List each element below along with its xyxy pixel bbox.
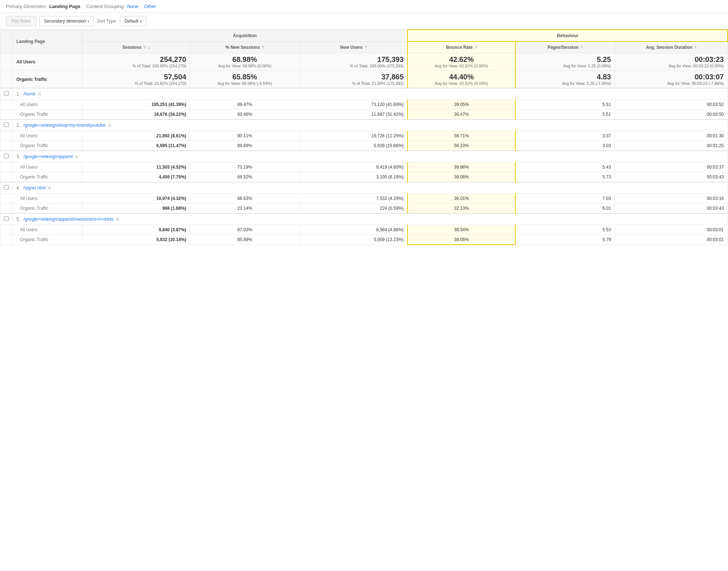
help-icon[interactable]: ? [143, 46, 146, 50]
all-users-segment-label: All Users [13, 131, 82, 141]
pages-session-header[interactable]: Pages/Session ? [515, 42, 615, 53]
organic-new-users-sub: % of Total: 21.59% (175,393) [303, 81, 404, 86]
organic-bounce-value: 44.40% [412, 73, 511, 81]
all-users-avg-session-sub: Avg for View: 00:03:23 (0.00%) [619, 64, 724, 68]
new-users-label: New Users [340, 45, 362, 50]
org-new-users-cell: 11,897 (31.42%) [299, 110, 408, 120]
acquisition-group: Acquisition [82, 30, 408, 42]
checkbox-cell[interactable] [0, 213, 13, 225]
checkbox-cell[interactable] [0, 119, 13, 131]
checkbox-cell [0, 162, 13, 172]
row-checkbox[interactable] [4, 185, 9, 190]
all-users-row: All Users 9,840 (3.87%) 87.03% 8,564 (4.… [0, 225, 728, 235]
org-avg-cell: 00:03:01 [615, 235, 728, 245]
primary-dimension-label: Primary Dimension: [6, 4, 47, 9]
secondary-dimension-button[interactable]: Secondary dimension [39, 16, 94, 26]
row-checkbox[interactable] [4, 154, 9, 158]
au-new-users-cell: 19,726 (11.25%) [299, 131, 408, 141]
au-avg-cell: 00:03:16 [615, 194, 728, 204]
organic-segment-label: Organic Traffic [13, 110, 82, 120]
all-users-bounce-cell: 42.62% Avg for View: 42.62% (0.00%) [408, 53, 515, 71]
bounce-rate-header[interactable]: Bounce Rate ? [408, 42, 515, 53]
help-icon[interactable]: ? [581, 46, 583, 50]
org-avg-cell: 00:03:50 [615, 110, 728, 120]
org-pages-cell: 3.03 [515, 141, 615, 151]
help-icon[interactable]: ? [694, 46, 696, 50]
org-pct-new-cell: 85.89% [190, 235, 299, 245]
sessions-header[interactable]: Sessions ? ↓ [82, 42, 190, 53]
organic-row: Organic Traffic 5,832 (10.14%) 85.89% 5,… [0, 235, 728, 245]
top-bar: Primary Dimension: Landing Page Content … [0, 0, 728, 13]
copy-icon[interactable]: ⧉ [38, 92, 41, 96]
checkbox-cell[interactable] [0, 88, 13, 100]
new-users-header[interactable]: New Users ? [299, 42, 408, 53]
organic-avg-session-cell: 00:03:07 Avg for View: 00:03:23 (-7.86%) [615, 71, 728, 88]
page-link[interactable]: /google+redesign/shop+by+brand/youtube [23, 123, 105, 128]
page-link[interactable]: /google+redesign/apparel/mens/mens+t+shi… [23, 217, 113, 222]
page-header-row: 3. /google+redesign/apparel ⧉ [0, 151, 728, 162]
row-checkbox[interactable] [4, 122, 9, 127]
au-sessions-cell: 10,974 (4.32%) [82, 194, 190, 204]
organic-avg-session-value: 00:03:07 [619, 73, 724, 81]
page-link[interactable]: /google+redesign/apparel [23, 154, 73, 159]
org-new-users-cell: 224 (0.59%) [299, 204, 408, 214]
row-number: 3. [16, 154, 20, 159]
page-header-row: 2. /google+redesign/shop+by+brand/youtub… [0, 119, 728, 131]
help-icon[interactable]: ? [365, 46, 367, 50]
checkbox-cell[interactable] [0, 151, 13, 162]
pct-new-sessions-label: % New Sessions [225, 45, 260, 50]
organic-pct-new-sub: Avg for View: 68.98% (-4.54%) [194, 81, 295, 86]
org-sessions-cell: 968 (1.68%) [82, 204, 190, 214]
page-number-name-cell: 4. /signin.html ⧉ [13, 182, 728, 194]
all-users-avg-session-cell: 00:03:23 Avg for View: 00:03:23 (0.00%) [615, 53, 728, 71]
organic-bounce-sub: Avg for View: 42.62% (4.18%) [412, 81, 511, 86]
copy-icon[interactable]: ⧉ [116, 217, 119, 221]
organic-pct-new-value: 65.85% [194, 73, 295, 81]
org-sessions-cell: 6,595 (11.47%) [82, 141, 190, 151]
bounce-rate-label: Bounce Rate [446, 45, 473, 50]
copy-icon[interactable]: ⧉ [108, 123, 111, 127]
org-pages-cell: 5.79 [515, 235, 615, 245]
all-users-sessions-sub: % of Total: 100.00% (254,270) [86, 64, 186, 68]
row-checkbox[interactable] [4, 91, 9, 96]
page-link[interactable]: /signin.html [23, 185, 46, 190]
checkbox-cell[interactable] [0, 182, 13, 194]
copy-icon[interactable]: ⧉ [75, 154, 78, 159]
org-bounce-cell: 36.47% [408, 110, 515, 120]
organic-sessions-value: 57,504 [86, 73, 186, 81]
sort-arrow: ↓ [147, 45, 150, 50]
organic-label-cell: Organic Traffic [13, 71, 82, 88]
pct-new-sessions-header[interactable]: % New Sessions ? [190, 42, 299, 53]
org-sessions-cell: 19,676 (34.22%) [82, 110, 190, 120]
au-bounce-cell: 56.71% [408, 131, 515, 141]
organic-pages-sub: Avg for View: 5.25 (-7.90%) [519, 81, 611, 86]
sort-type-button[interactable]: Default [120, 16, 146, 26]
copy-icon[interactable]: ⧉ [48, 186, 51, 190]
sessions-label: Sessions [122, 45, 142, 50]
organic-row: Organic Traffic 19,676 (34.22%) 60.46% 1… [0, 110, 728, 120]
pages-session-label: Pages/Session [548, 45, 579, 50]
all-users-new-users-value: 175,393 [303, 55, 404, 64]
checkbox-header [0, 30, 13, 53]
org-pages-cell: 5.51 [515, 110, 615, 120]
plot-rows-button[interactable]: Plot Rows [6, 16, 36, 26]
au-avg-cell: 00:03:37 [615, 162, 728, 172]
checkbox-cell [0, 100, 13, 110]
avg-session-header[interactable]: Avg. Session Duration ? [615, 42, 728, 53]
help-icon[interactable]: ? [475, 46, 477, 50]
org-pct-new-cell: 89.89% [190, 141, 299, 151]
all-users-label-cell: All Users [13, 53, 82, 71]
help-icon[interactable]: ? [262, 46, 264, 50]
organic-pages-value: 4.83 [519, 73, 611, 81]
row-checkbox[interactable] [4, 216, 9, 221]
checkbox-cell [0, 71, 13, 88]
au-avg-cell: 00:03:52 [615, 100, 728, 110]
all-users-row: All Users 11,503 (4.52%) 73.19% 8,419 (4… [0, 162, 728, 172]
page-link[interactable]: /home [23, 91, 35, 97]
other-link[interactable]: Other [144, 4, 156, 9]
au-sessions-cell: 105,251 (41.39%) [82, 100, 190, 110]
checkbox-cell [0, 194, 13, 204]
content-grouping-link[interactable]: None [127, 4, 138, 9]
all-users-segment-label: All Users [13, 162, 82, 172]
all-users-segment-label: All Users [13, 194, 82, 204]
